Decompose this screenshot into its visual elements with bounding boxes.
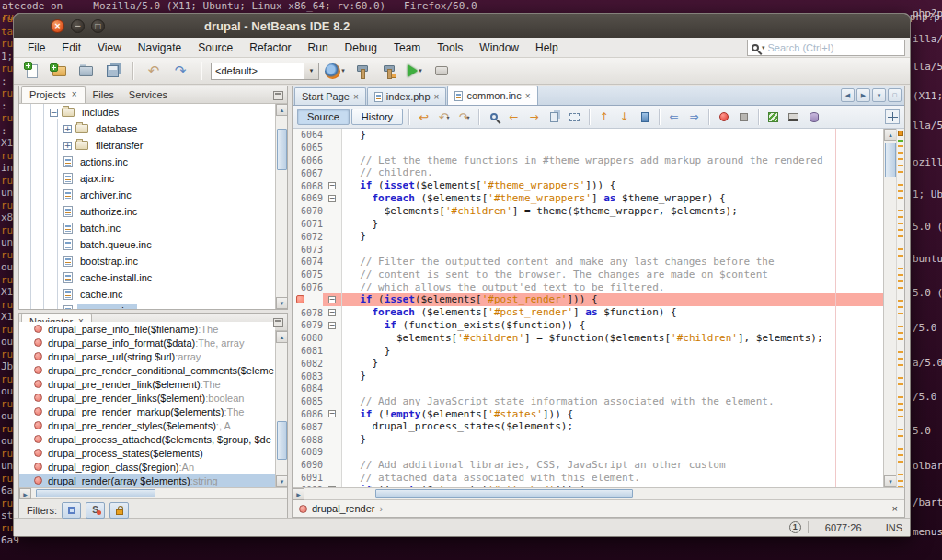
gutter-row[interactable]: 6075 <box>293 269 341 281</box>
menu-window[interactable]: Window <box>471 40 527 56</box>
navigator-item[interactable]: drupal_pre_render_link($element):The <box>19 377 275 391</box>
notifications-icon[interactable]: 1 <box>789 521 801 533</box>
source-view-button[interactable]: Source <box>297 109 350 125</box>
code-line[interactable]: } <box>348 129 883 142</box>
code-line[interactable]: // content is sent to the browser. The c… <box>348 269 883 281</box>
code-fold-toggle[interactable]: − <box>328 296 336 303</box>
previous-bookmark-button[interactable]: ↑ <box>595 109 613 126</box>
window-maximize-button[interactable]: □ <box>91 19 105 33</box>
run-button[interactable]: ▾ <box>404 60 426 82</box>
minimize-panel-button[interactable] <box>273 91 283 100</box>
scroll-tabs-left-button[interactable]: ◀ <box>841 88 855 102</box>
shift-line-right-button[interactable]: ⇒ <box>685 109 703 126</box>
debug-button[interactable] <box>431 60 453 82</box>
tree-item-cache-inc[interactable]: cache.inc <box>19 286 275 303</box>
navigator-item[interactable]: drupal_process_attached($elements, $grou… <box>19 432 275 446</box>
warning-mark[interactable] <box>898 235 903 237</box>
code-fold-toggle[interactable]: − <box>328 195 336 202</box>
warning-mark[interactable] <box>898 255 903 257</box>
scroll-right-button[interactable]: ▶ <box>293 488 304 500</box>
rectangular-selection-button[interactable] <box>566 109 583 126</box>
gutter-row[interactable]: 6081 <box>293 345 341 358</box>
editor-hscrollbar[interactable]: ◀ ▶ <box>293 487 904 499</box>
collapse-handle-icon[interactable]: − <box>50 109 58 117</box>
warning-mark[interactable] <box>898 351 903 353</box>
gutter-row[interactable]: 6088 <box>293 433 341 446</box>
warning-mark[interactable] <box>898 223 903 224</box>
clean-build-button[interactable] <box>377 60 399 82</box>
code-line[interactable]: if (isset($elements['#post_render'])) { <box>342 293 883 306</box>
gutter-row[interactable]: 6068− <box>293 179 341 192</box>
code-line[interactable] <box>348 446 883 459</box>
history-view-button[interactable]: History <box>351 109 403 125</box>
gutter-row[interactable]: 6078− <box>293 306 341 319</box>
gutter-row[interactable]: 6064 <box>293 129 341 142</box>
warning-mark[interactable] <box>898 274 903 276</box>
start-macro-recording-button[interactable] <box>715 109 732 126</box>
gutter-row[interactable]: 6085 <box>293 395 341 408</box>
gutter-row[interactable]: 6070 <box>293 205 341 218</box>
uncomment-button[interactable] <box>785 109 802 126</box>
code-line[interactable]: } <box>348 357 883 370</box>
warning-mark[interactable] <box>898 454 903 456</box>
last-edit-button[interactable]: ↩ <box>415 109 432 126</box>
navigator-item[interactable]: drupal_parse_info_format($data):The, arr… <box>19 336 275 349</box>
navigator-scrollbar[interactable]: ▲ ▼ <box>275 331 287 487</box>
navigator-item[interactable]: drupal_pre_render_styles($elements):, A <box>19 418 275 432</box>
gutter-row[interactable]: 6074 <box>293 256 341 269</box>
code-line[interactable]: } <box>348 345 883 358</box>
navigator-item[interactable]: drupal_parse_url(string $url):array <box>19 349 275 363</box>
warning-mark[interactable] <box>898 461 903 463</box>
redo-button[interactable]: ↷ <box>169 60 191 82</box>
menu-debug[interactable]: Debug <box>337 40 385 56</box>
code-line[interactable]: } <box>348 433 883 446</box>
code-line[interactable]: // which allows the output'ed text to be… <box>348 281 883 294</box>
navigator-item[interactable]: drupal_parse_info_file($filename):The <box>19 322 275 336</box>
code-line[interactable]: } <box>348 370 883 383</box>
menu-run[interactable]: Run <box>300 40 337 56</box>
next-bookmark-button[interactable]: ↓ <box>615 109 633 126</box>
tree-item-batch-inc[interactable]: batch.inc <box>19 220 275 236</box>
code-line[interactable]: // Filter the outputted content and make… <box>348 256 883 269</box>
search-input[interactable]: ▾ Search (Ctrl+I) <box>747 40 905 56</box>
code-line[interactable]: // children. <box>348 166 883 179</box>
close-breadcrumb-button[interactable]: × <box>892 503 898 514</box>
close-icon[interactable]: × <box>72 91 77 98</box>
menu-file[interactable]: File <box>19 40 53 56</box>
code-fold-toggle[interactable]: − <box>328 410 336 417</box>
gutter-row[interactable]: 6090 <box>293 459 341 472</box>
expand-handle-icon[interactable]: + <box>63 142 72 150</box>
navigator-hscrollbar[interactable]: ◀ ▶ <box>19 487 287 498</box>
navigator-item[interactable]: drupal_pre_render_links($element):boolea… <box>19 391 275 405</box>
navigator-list[interactable]: drupal_parse_info_file($filename):Thedru… <box>19 322 275 487</box>
show-static-filter-button[interactable]: S <box>86 502 105 519</box>
panel-tab-projects[interactable]: Projects× <box>21 86 86 103</box>
scrollbar-thumb[interactable] <box>375 489 633 498</box>
code-line[interactable]: } <box>348 230 883 243</box>
title-bar[interactable]: × − □ drupal - NetBeans IDE 8.2 <box>14 14 910 38</box>
scroll-tabs-right-button[interactable]: ▶ <box>856 88 870 102</box>
menu-refactor[interactable]: Refactor <box>241 40 299 56</box>
code-line[interactable]: // Add additional libraries, CSS, JavaSc… <box>348 459 883 472</box>
gutter-row[interactable]: 6065 <box>293 142 341 154</box>
close-icon[interactable]: × <box>353 92 359 102</box>
warning-mark[interactable] <box>898 332 903 334</box>
tree-item-authorize-inc[interactable]: authorize.inc <box>19 203 275 220</box>
warning-mark[interactable] <box>898 184 903 186</box>
warning-mark[interactable] <box>898 383 903 385</box>
code-fold-toggle[interactable]: − <box>328 309 336 316</box>
warning-mark[interactable] <box>898 210 903 211</box>
menu-source[interactable]: Source <box>190 40 241 56</box>
code-line[interactable]: $elements['#children'] = $function($elem… <box>348 332 883 345</box>
code-line[interactable]: if (isset($elements['#theme_wrappers']))… <box>348 179 883 192</box>
tree-item-filetransfer[interactable]: +filetransfer <box>19 137 275 154</box>
warning-mark[interactable] <box>898 171 903 173</box>
error-stripe[interactable] <box>896 129 904 487</box>
stop-macro-recording-button[interactable] <box>735 109 752 126</box>
gutter-row[interactable]: 6066 <box>293 154 341 167</box>
chevron-down-icon[interactable]: ▾ <box>304 63 318 79</box>
tree-item-batch-queue-inc[interactable]: batch.queue.inc <box>19 236 275 253</box>
navigator-item[interactable]: drupal_pre_render_conditional_comments($… <box>19 363 275 377</box>
code-line[interactable] <box>348 383 883 395</box>
chevron-down-icon[interactable]: ▾ <box>419 67 422 74</box>
